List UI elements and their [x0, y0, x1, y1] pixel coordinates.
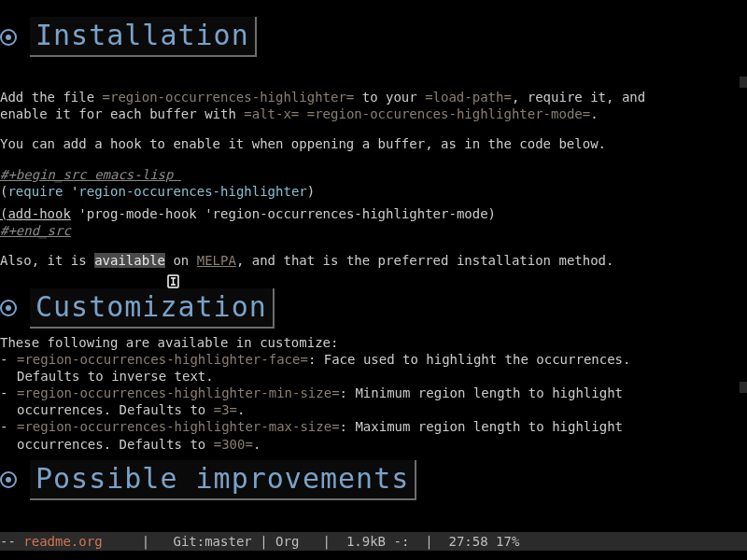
bullet-icon	[0, 471, 17, 488]
list-item: - =region-occurrences-highlighter-min-si…	[0, 385, 747, 418]
list-item: - =region-occurrences-highlighter-face=:…	[0, 351, 747, 385]
mode-line: -- readme.org | Git:master | Org | 1.9kB…	[0, 532, 747, 551]
bullet-icon	[0, 300, 17, 316]
list-item: - =region-occurrences-highlighter-max-si…	[0, 418, 747, 452]
scrollbar-thumb[interactable]	[740, 77, 747, 88]
code-line: (require 'region-occurences-highlighter)	[0, 183, 747, 200]
heading-text: Possible improvements	[30, 460, 416, 500]
selected-region: available	[94, 253, 165, 268]
heading-improvements: Possible improvements	[0, 453, 747, 500]
heading-text: Customization	[30, 288, 275, 329]
modeline-filename: readme.org	[23, 533, 102, 550]
scrollbar[interactable]	[740, 0, 747, 534]
heading-text: Installation	[30, 17, 257, 57]
code-line: (add-hook 'prog-mode-hook 'region-occurr…	[0, 205, 747, 222]
bullet-icon	[0, 29, 17, 46]
paragraph-line: enable it for each buffer with =alt-x= =…	[0, 105, 740, 122]
heading-installation: Installation	[0, 0, 747, 57]
src-end: #+end_src	[0, 222, 747, 239]
src-begin: #+begin_src emacs-lisp	[0, 166, 747, 183]
paragraph-line: These following are available in customi…	[0, 334, 740, 351]
scrollbar-thumb[interactable]	[740, 382, 747, 393]
modeline-status: --	[0, 533, 23, 550]
paragraph-line: Add the file =region-occurrences-highlig…	[0, 89, 740, 105]
link-melpa[interactable]: MELPA	[197, 253, 236, 268]
paragraph-line: You can add a hook to enable it when opp…	[0, 135, 740, 152]
modeline-info: | Git:master | Org | 1.9kB -: | 27:58 17…	[103, 533, 528, 550]
editor-buffer[interactable]: Installation Add the file =region-occurr…	[0, 0, 747, 534]
paragraph-line: Also, it is available on MELPA, and that…	[0, 252, 740, 269]
heading-customization: Customization	[0, 270, 747, 329]
